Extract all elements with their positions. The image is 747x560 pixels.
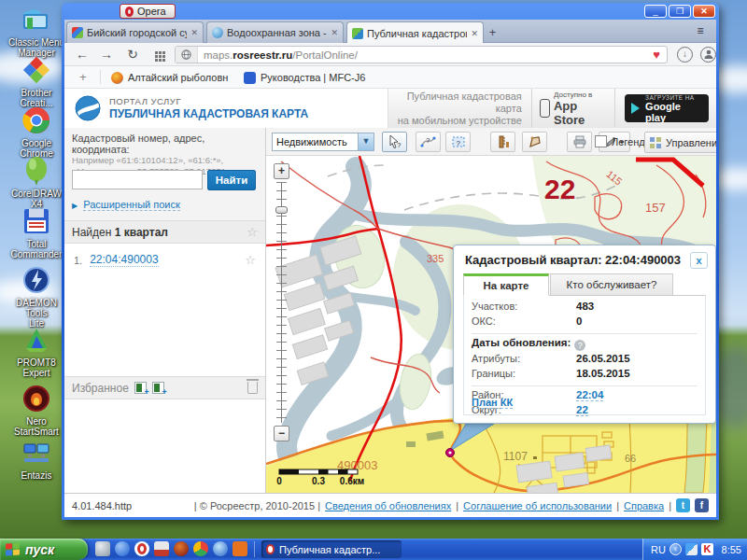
zoom-in-button[interactable]: + — [274, 163, 289, 179]
tab-close-icon[interactable]: ✕ — [331, 28, 338, 37]
popup-title: Кадастровый квартал: 22:04:490003 — [465, 253, 681, 267]
taskbar-item-opera[interactable]: Публичная кадастр... — [261, 540, 402, 558]
tray-update-icon[interactable] — [685, 543, 698, 555]
popup-close-button[interactable]: x — [690, 252, 708, 269]
taskbar: пуск Публичная кадастр... RU ‹ K 8:55 — [0, 539, 747, 560]
desktop-icon-classic-menu[interactable]: Classic Menu Manager — [6, 4, 67, 58]
start-button[interactable]: пуск — [0, 539, 88, 560]
tab-1[interactable]: Бийский городской суд – О ✕ — [66, 21, 204, 43]
search-input[interactable] — [72, 170, 203, 189]
tab-close-icon[interactable]: ✕ — [190, 28, 198, 37]
quicklaunch-nero-icon[interactable] — [174, 541, 189, 556]
popup-tab-service[interactable]: Кто обслуживает? — [550, 273, 673, 296]
plan-kk-link[interactable]: План КК — [472, 397, 513, 409]
quicklaunch-browser-icon[interactable] — [115, 541, 130, 556]
map-viewport[interactable]: 22 335 157 115 490003 1107 66 — [266, 156, 716, 493]
quicklaunch-disk-icon[interactable] — [154, 541, 169, 556]
desktop-icon-coreldraw[interactable]: CorelDRAW X4 — [6, 155, 67, 209]
tab-close-icon[interactable]: ✕ — [471, 29, 478, 38]
profile-icon[interactable] — [700, 47, 716, 63]
brother-creative-icon — [21, 54, 52, 86]
quicklaunch-opera-icon[interactable] — [134, 541, 149, 556]
site-badge-icon[interactable] — [176, 47, 198, 63]
layer-select[interactable]: Недвижимость ▼ — [272, 133, 374, 151]
search-hint: Например «61:6:10104:12», «61:6:*», — [72, 155, 258, 166]
results-header: Найден 1 квартал ☆ — [64, 221, 265, 244]
reload-button[interactable]: ↻ — [122, 46, 143, 63]
desktop-icon-total-commander[interactable]: Total Commander — [6, 205, 67, 259]
mobile-banner-text: Публичная кадастровая картана мобильном … — [388, 91, 522, 127]
quicklaunch-msn-icon[interactable] — [213, 541, 228, 556]
measure-route-button[interactable]: ? — [416, 132, 441, 152]
popup-tab-map[interactable]: На карте — [463, 273, 549, 296]
agreement-link[interactable]: Соглашение об использовании — [463, 500, 612, 511]
export-excel-icon[interactable] — [134, 382, 147, 394]
updates-link[interactable]: Сведения об обновлениях — [325, 500, 451, 511]
bookmark-item-2[interactable]: Руководства | MFC-J6 — [244, 70, 365, 85]
legend-checkbox[interactable] — [595, 135, 607, 147]
star-icon[interactable]: ☆ — [245, 253, 256, 267]
minimize-button[interactable]: _ — [644, 5, 667, 18]
desktop-icon-daemon-tools[interactable]: DAEMON Tools Lite — [6, 264, 67, 329]
result-link[interactable]: 22:04:490003 — [90, 253, 158, 267]
identify-area-button[interactable]: ? — [445, 132, 471, 152]
tab-menu-icon[interactable]: ≡ — [692, 25, 709, 38]
trash-icon[interactable] — [247, 382, 258, 394]
address-field[interactable]: maps.rosreestr.ru/PortalOnline/ ♥ — [175, 46, 668, 63]
desktop-icon-promt[interactable]: PROMT8 Expert — [6, 324, 67, 378]
okrug-link[interactable]: 22 — [576, 404, 588, 416]
identify-tool-button[interactable]: ? — [382, 132, 407, 152]
window-titlebar[interactable]: Opera _ ❒ ✕ — [62, 3, 719, 20]
svg-text:?: ? — [397, 141, 402, 149]
tab-3-active[interactable]: Публичная кадастровая ка ✕ — [346, 21, 484, 44]
bookmark-favicon — [244, 72, 256, 84]
desktop-icon-chrome[interactable]: Google Chrome — [6, 105, 67, 159]
twitter-icon[interactable]: t — [676, 498, 690, 512]
result-item[interactable]: 1. 22:04:490003 ☆ — [64, 253, 265, 267]
tray-kaspersky-icon[interactable]: K — [701, 543, 713, 555]
bookmark-item-1[interactable]: Алтайский рыболовн — [111, 70, 228, 85]
tray-collapse-icon[interactable]: ‹ — [669, 543, 682, 555]
import-excel-icon[interactable] — [152, 382, 164, 394]
maximize-button[interactable]: ❒ — [669, 5, 691, 18]
legend-toggle[interactable]: Легенда — [595, 135, 651, 147]
desktop-icon-nero[interactable]: Nero StartSmart — [6, 383, 67, 437]
speed-dial-icon[interactable] — [155, 51, 158, 54]
advanced-search-link[interactable]: ▶ Расширенный поиск — [72, 199, 180, 210]
zoom-slider-handle[interactable] — [275, 206, 288, 214]
desktop-icon-entazis[interactable]: Entazis — [6, 437, 67, 481]
print-button[interactable] — [567, 132, 592, 152]
find-button[interactable]: Найти — [207, 170, 256, 190]
tab-2[interactable]: Водоохранная зона - Стра ✕ — [206, 21, 344, 43]
download-icon[interactable]: ↓ — [677, 47, 693, 63]
desktop-icon-brother[interactable]: Brother Creati... — [6, 54, 67, 108]
zoom-track[interactable] — [281, 182, 282, 423]
quicklaunch-chrome-icon[interactable] — [193, 541, 208, 556]
help-icon[interactable]: ? — [574, 340, 585, 351]
add-bookmark-button[interactable]: + — [79, 70, 87, 84]
facebook-icon[interactable]: f — [695, 498, 709, 512]
quicklaunch-ie-icon[interactable] — [95, 541, 110, 556]
close-button[interactable]: ✕ — [693, 5, 715, 18]
help-link[interactable]: Справка — [624, 500, 664, 511]
separator: | — [456, 500, 458, 511]
google-play-badge[interactable]: ЗАГРУЗИТЕ НАGoogle play — [625, 94, 709, 122]
back-button[interactable]: ← — [72, 46, 92, 63]
map-manage-button[interactable]: Управление ка — [644, 132, 716, 153]
district-link[interactable]: 22:04 — [576, 389, 603, 401]
measure-area-button[interactable] — [522, 132, 547, 152]
quicklaunch-app-icon[interactable] — [233, 541, 247, 556]
cursor-question-icon: ? — [388, 134, 402, 149]
globe-icon — [181, 49, 191, 60]
app-store-badge[interactable]: Доступно вApp Store — [531, 89, 615, 128]
forward-button[interactable]: → — [96, 46, 117, 63]
language-indicator[interactable]: RU — [651, 544, 666, 555]
measure-length-button[interactable] — [490, 132, 515, 152]
zoom-out-button[interactable]: − — [274, 426, 289, 441]
star-icon[interactable]: ☆ — [247, 225, 258, 239]
opera-menu-button[interactable]: Opera — [120, 4, 176, 19]
new-tab-button[interactable]: + — [485, 25, 500, 40]
bookmark-heart-icon[interactable]: ♥ — [653, 48, 667, 62]
search-panel: Кадастровый номер, адрес, координата: На… — [64, 128, 265, 221]
address-bar-row: ← → ↻ maps.rosreestr.ru/PortalOnline/ ♥ … — [64, 43, 716, 66]
